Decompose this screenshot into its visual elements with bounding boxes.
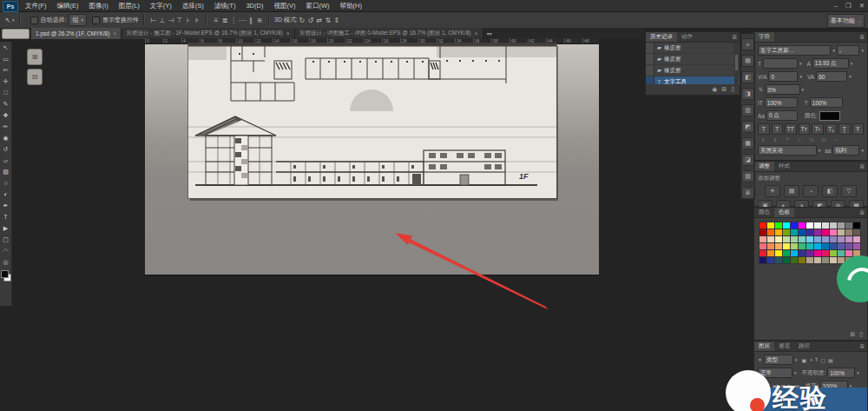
- tool-button[interactable]: ✄: [0, 64, 11, 76]
- opacity-input[interactable]: 100%: [827, 368, 855, 378]
- color-swatch[interactable]: [822, 236, 830, 243]
- tab-layers[interactable]: 图层: [754, 341, 774, 351]
- distribute-button-icon[interactable]: ∥: [247, 17, 255, 24]
- align-button-icon[interactable]: ⊥: [158, 17, 167, 24]
- color-swatch[interactable]: [853, 222, 861, 229]
- menu-item[interactable]: 图层(L): [114, 0, 145, 11]
- dock-panel-icon[interactable]: ▥: [741, 104, 754, 116]
- opentype-button-icon[interactable]: ﬁ: [758, 137, 768, 143]
- window-control-button[interactable]: ❐: [845, 0, 852, 11]
- color-swatch[interactable]: [775, 257, 783, 264]
- align-button-icon[interactable]: ⊧: [193, 17, 201, 24]
- dock-panel-icon[interactable]: ◧: [741, 71, 754, 83]
- document-tab-active[interactable]: 1.psd @ 26.2% (1F, CMYK/8)×: [31, 28, 122, 39]
- dock-panel-icon[interactable]: ◨: [741, 88, 754, 100]
- distribute-button-icon[interactable]: ≋: [255, 17, 264, 24]
- kerning-input[interactable]: 0: [768, 71, 798, 82]
- opentype-button-icon[interactable]: ¹: [794, 137, 805, 143]
- swatches-footer-button-icon[interactable]: ▯: [859, 331, 863, 338]
- color-swatch[interactable]: [838, 236, 845, 243]
- document[interactable]: 1F: [188, 43, 556, 198]
- adjustment-button-icon[interactable]: ▽: [841, 185, 857, 197]
- history-footer-button-icon[interactable]: ⊞: [721, 86, 727, 93]
- color-swatch[interactable]: [791, 257, 799, 264]
- canvas-window[interactable]: 0246810121416182022242628303234363840424…: [145, 38, 599, 275]
- color-swatch[interactable]: [767, 257, 775, 264]
- font-size-input[interactable]: [763, 58, 798, 69]
- color-swatch[interactable]: [783, 229, 791, 236]
- type-style-button[interactable]: Tт: [799, 123, 811, 135]
- color-swatch[interactable]: [775, 243, 783, 250]
- opentype-button-icon[interactable]: ·: [843, 137, 853, 143]
- type-style-button[interactable]: T₁: [825, 123, 838, 135]
- language-select[interactable]: 美国英语: [758, 145, 817, 156]
- color-swatch[interactable]: [830, 236, 838, 243]
- dock-panel-icon[interactable]: ◪: [741, 154, 754, 166]
- baseline-shift-input[interactable]: 0 点: [766, 110, 798, 121]
- antialias-select[interactable]: 锐利: [832, 145, 859, 156]
- text-color-swatch[interactable]: [819, 111, 840, 121]
- color-swatch[interactable]: [822, 243, 830, 250]
- color-swatch[interactable]: [806, 236, 814, 243]
- mode3d-button-icon[interactable]: ⇄: [315, 17, 324, 24]
- color-swatch-control[interactable]: [0, 269, 11, 282]
- history-source-gutter[interactable]: [646, 54, 654, 64]
- history-row[interactable]: ▰ 橡皮擦: [646, 43, 740, 54]
- tool-button[interactable]: ✚: [0, 109, 11, 121]
- window-control-button[interactable]: –: [834, 0, 838, 11]
- type-style-button[interactable]: T¹: [812, 123, 824, 135]
- tool-button[interactable]: ↺: [0, 143, 11, 155]
- color-swatch[interactable]: [799, 250, 806, 257]
- tool-button[interactable]: T: [0, 211, 11, 222]
- dock-panel-icon[interactable]: ◩: [741, 121, 754, 133]
- color-swatch[interactable]: [783, 257, 791, 264]
- color-swatch[interactable]: [775, 250, 783, 257]
- type-style-button[interactable]: Ŧ: [852, 123, 865, 135]
- color-swatch[interactable]: [822, 222, 830, 229]
- layer-filter-button-icon[interactable]: ▣: [801, 357, 806, 363]
- foreground-color-swatch[interactable]: [1, 270, 9, 278]
- menu-item[interactable]: 文件(F): [20, 0, 52, 11]
- menu-item[interactable]: 3D(D): [240, 0, 268, 11]
- panel-menu-icon[interactable]: ≣: [857, 32, 867, 42]
- tab-channels[interactable]: 通道: [774, 341, 794, 351]
- color-swatch[interactable]: [853, 243, 861, 250]
- color-swatch[interactable]: [822, 229, 830, 236]
- align-button-icon[interactable]: ⊦: [184, 17, 193, 24]
- dock-panel-icon[interactable]: ≣: [741, 187, 754, 199]
- color-swatch[interactable]: [806, 243, 814, 250]
- color-swatch[interactable]: [760, 250, 767, 257]
- dock-panel-icon[interactable]: ▧: [741, 170, 754, 182]
- tracking-input[interactable]: 60: [816, 71, 847, 82]
- color-swatch[interactable]: [822, 257, 830, 264]
- align-button-icon[interactable]: ⊢: [149, 17, 158, 24]
- color-swatch[interactable]: [767, 222, 775, 229]
- history-row[interactable]: ▰ 橡皮擦: [646, 65, 740, 76]
- color-swatch[interactable]: [814, 243, 822, 250]
- color-swatch[interactable]: [783, 250, 791, 257]
- history-footer-button-icon[interactable]: ▯: [731, 86, 734, 93]
- tool-button[interactable]: □: [0, 87, 11, 98]
- color-swatch[interactable]: [814, 236, 822, 243]
- color-swatch[interactable]: [791, 229, 799, 236]
- opentype-button-icon[interactable]: ~: [831, 137, 841, 143]
- leading-input[interactable]: 13.93 点: [812, 58, 849, 69]
- color-swatch[interactable]: [791, 236, 799, 243]
- panel-menu-icon[interactable]: ≣: [857, 162, 867, 171]
- tool-button[interactable]: ✏: [0, 121, 11, 132]
- window-control-button[interactable]: ✕: [859, 0, 865, 11]
- vertical-scale-input[interactable]: 100%: [765, 97, 798, 108]
- color-swatch[interactable]: [783, 222, 791, 229]
- proportional-spacing-input[interactable]: 0%: [766, 84, 800, 95]
- layer-filter-button-icon[interactable]: T: [815, 357, 819, 363]
- menu-item[interactable]: 帮助(H): [335, 0, 367, 11]
- distribute-button-icon[interactable]: ≣: [220, 17, 229, 24]
- tab-character[interactable]: 字符: [754, 32, 774, 42]
- history-source-gutter[interactable]: [646, 65, 654, 76]
- tab-close-icon[interactable]: ×: [286, 30, 290, 36]
- menu-item[interactable]: 编辑(E): [52, 0, 84, 11]
- font-style-select[interactable]: -: [837, 45, 860, 56]
- color-swatch[interactable]: [814, 250, 822, 257]
- color-swatch[interactable]: [799, 236, 806, 243]
- floating-tool-button[interactable]: ⊟: [27, 69, 43, 85]
